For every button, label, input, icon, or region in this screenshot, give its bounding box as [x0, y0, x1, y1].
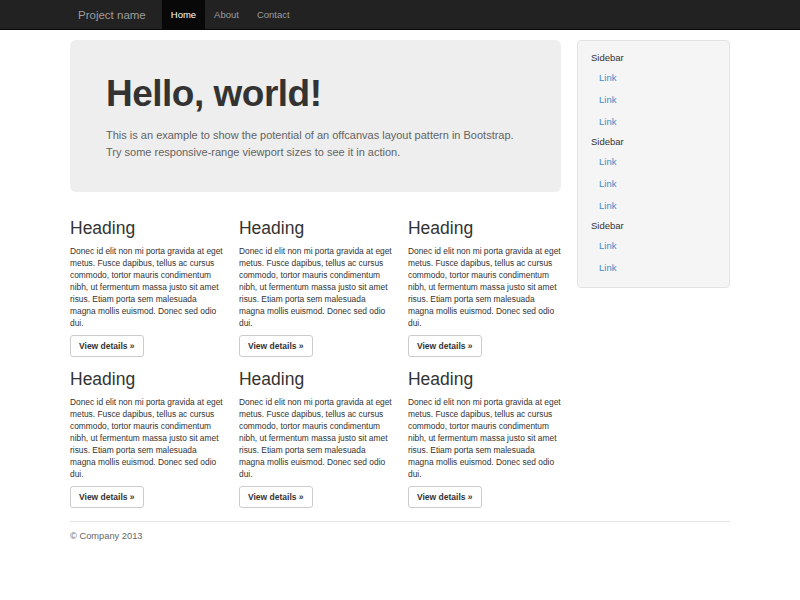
card: Heading Donec id elit non mi porta gravi… [62, 218, 231, 357]
view-details-button[interactable]: View details » [408, 335, 482, 357]
nav-item-home[interactable]: Home [162, 0, 205, 30]
view-details-button[interactable]: View details » [239, 335, 313, 357]
sidebar: Sidebar Link Link Link Sidebar Link Link… [577, 40, 730, 288]
sidebar-column: Sidebar Link Link Link Sidebar Link Link… [569, 40, 738, 508]
sidebar-group-3: Sidebar Link Link [591, 219, 716, 279]
copyright-text: © Company 2013 [70, 531, 730, 541]
card-body-text: Donec id elit non mi porta gravida at eg… [408, 396, 561, 480]
view-details-button[interactable]: View details » [239, 486, 313, 508]
card-body-text: Donec id elit non mi porta gravida at eg… [239, 396, 392, 480]
sidebar-heading: Sidebar [591, 219, 716, 233]
main-row: Hello, world! This is an example to show… [62, 40, 738, 508]
view-details-button[interactable]: View details » [408, 486, 482, 508]
card: Heading Donec id elit non mi porta gravi… [400, 218, 569, 357]
sidebar-link[interactable]: Link [591, 195, 716, 217]
footer-divider [70, 521, 730, 522]
card: Heading Donec id elit non mi porta gravi… [62, 369, 231, 508]
sidebar-link[interactable]: Link [591, 257, 716, 279]
card-body-text: Donec id elit non mi porta gravida at eg… [70, 396, 223, 480]
sidebar-group-2: Sidebar Link Link Link [591, 135, 716, 217]
card-heading: Heading [239, 218, 392, 239]
card-body-text: Donec id elit non mi porta gravida at eg… [408, 245, 561, 329]
card: Heading Donec id elit non mi porta gravi… [400, 369, 569, 508]
sidebar-link[interactable]: Link [591, 235, 716, 257]
nav-item-about[interactable]: About [205, 0, 248, 30]
navbar: Project name Home About Contact [0, 0, 800, 30]
sidebar-link[interactable]: Link [591, 111, 716, 133]
card-body-text: Donec id elit non mi porta gravida at eg… [239, 245, 392, 329]
nav-item-contact[interactable]: Contact [248, 0, 299, 30]
sidebar-link[interactable]: Link [591, 67, 716, 89]
sidebar-link[interactable]: Link [591, 173, 716, 195]
navbar-brand[interactable]: Project name [70, 0, 156, 30]
jumbotron-description: This is an example to show the potential… [106, 127, 525, 162]
page-container: Hello, world! This is an example to show… [62, 40, 738, 541]
sidebar-heading: Sidebar [591, 135, 716, 149]
cards-row-2: Heading Donec id elit non mi porta gravi… [62, 369, 569, 508]
view-details-button[interactable]: View details » [70, 335, 144, 357]
card-heading: Heading [408, 218, 561, 239]
cards-row-1: Heading Donec id elit non mi porta gravi… [62, 218, 569, 357]
main-column: Hello, world! This is an example to show… [62, 40, 569, 508]
jumbotron: Hello, world! This is an example to show… [70, 40, 561, 192]
card: Heading Donec id elit non mi porta gravi… [231, 369, 400, 508]
card-heading: Heading [70, 218, 223, 239]
sidebar-link[interactable]: Link [591, 151, 716, 173]
card: Heading Donec id elit non mi porta gravi… [231, 218, 400, 357]
sidebar-link[interactable]: Link [591, 89, 716, 111]
page-title: Hello, world! [106, 74, 525, 115]
page-footer: © Company 2013 [70, 531, 730, 541]
card-heading: Heading [408, 369, 561, 390]
card-heading: Heading [239, 369, 392, 390]
sidebar-heading: Sidebar [591, 51, 716, 65]
card-heading: Heading [70, 369, 223, 390]
view-details-button[interactable]: View details » [70, 486, 144, 508]
navbar-nav: Home About Contact [162, 0, 299, 30]
sidebar-group-1: Sidebar Link Link Link [591, 51, 716, 133]
navbar-container: Project name Home About Contact [62, 0, 738, 30]
card-body-text: Donec id elit non mi porta gravida at eg… [70, 245, 223, 329]
